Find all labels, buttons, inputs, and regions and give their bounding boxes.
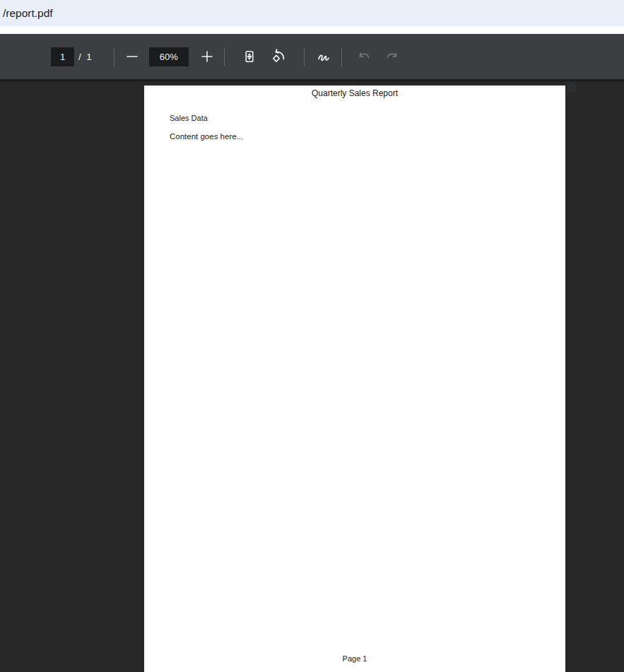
page-number-input[interactable] — [51, 47, 74, 66]
zoom-in-button[interactable] — [197, 47, 217, 66]
redo-icon — [385, 49, 399, 64]
page-count-label: / 1 — [78, 52, 92, 62]
rotate-counterclockwise-button[interactable] — [269, 47, 288, 66]
annotate-draw-icon — [316, 49, 331, 64]
toolbar-separator — [304, 47, 305, 66]
page-footer: Page 1 — [144, 654, 565, 663]
scrollbar-thumb[interactable] — [567, 83, 576, 92]
undo-icon — [357, 49, 371, 64]
pdf-toolbar: / 1 60% — [0, 34, 624, 81]
zoom-in-icon — [200, 49, 214, 64]
fit-to-page-icon — [242, 49, 257, 64]
browser-topbar: /report.pdf — [0, 0, 624, 26]
document-title: Quarterly Sales Report — [144, 88, 565, 98]
zoom-level-value: 60% — [160, 52, 178, 62]
section-heading: Sales Data — [170, 114, 208, 122]
fit-to-page-button[interactable] — [240, 47, 259, 66]
pdf-page: Quarterly Sales Report Sales Data Conten… — [144, 86, 565, 672]
rotate-counterclockwise-icon — [271, 49, 286, 64]
toolbar-separator — [114, 47, 114, 66]
toolbar-separator — [341, 47, 342, 66]
zoom-out-button[interactable] — [122, 47, 142, 66]
redo-button[interactable] — [382, 47, 402, 66]
annotate-draw-button[interactable] — [314, 47, 334, 66]
zoom-out-icon — [125, 49, 139, 64]
document-path-title: /report.pdf — [3, 7, 53, 20]
toolbar-separator — [224, 47, 225, 66]
topbar-divider-strip — [0, 26, 624, 34]
zoom-level-field[interactable]: 60% — [149, 47, 189, 66]
pdf-viewer-area[interactable]: Quarterly Sales Report Sales Data Conten… — [0, 81, 624, 672]
undo-button[interactable] — [354, 47, 374, 66]
body-text: Content goes here... — [170, 132, 243, 141]
